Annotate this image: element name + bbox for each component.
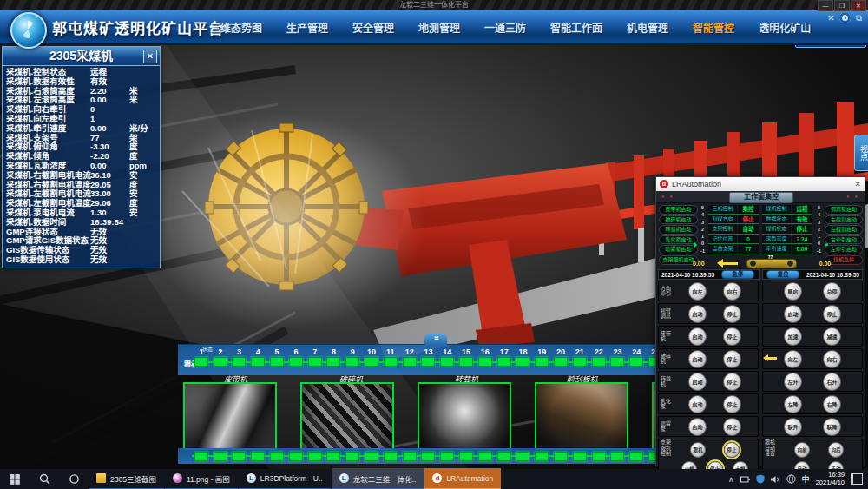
resize-icon[interactable]: ⧉ [853, 12, 865, 23]
channel-status-box[interactable] [478, 357, 492, 367]
channel-status-box[interactable] [573, 357, 587, 367]
channel-status-box[interactable] [516, 357, 529, 367]
channel-status-box[interactable] [610, 357, 624, 367]
start-button-喷雾泵启动[interactable]: 喷雾泵启动 [659, 245, 698, 254]
start-button-乳化泵启动[interactable]: 乳化泵启动 [659, 235, 698, 245]
channel-status-box[interactable] [554, 357, 568, 367]
channel-status-box[interactable] [308, 452, 322, 461]
channel-status-box[interactable] [384, 357, 398, 367]
button-启动[interactable]: 启动 [784, 305, 802, 323]
search-button[interactable] [30, 469, 59, 489]
channel-status-box[interactable] [440, 357, 454, 367]
button-停止[interactable]: 停止 [723, 418, 741, 436]
start-button-皮带机启动[interactable]: 皮带机启动 [659, 205, 698, 215]
clock[interactable]: 16:39 2021/4/10 [816, 472, 845, 486]
button-向左[interactable]: 向左 [784, 350, 802, 368]
button-启动[interactable]: 启动 [688, 327, 707, 346]
button-左降[interactable]: 左降 [784, 395, 802, 413]
button-停止[interactable]: 停止 [723, 373, 741, 391]
channel-status-box[interactable] [535, 452, 549, 461]
camera-feed-转载机[interactable] [418, 382, 511, 450]
channel-status-box[interactable] [497, 357, 511, 367]
channel-status-box[interactable] [365, 357, 378, 367]
task-LRAutomation[interactable]: dLRAutomation [424, 468, 501, 489]
channel-status-box[interactable] [326, 357, 340, 367]
button-总停[interactable]: 总停 [823, 282, 841, 301]
channel-status-box[interactable] [478, 452, 492, 461]
start-button[interactable] [0, 469, 30, 489]
nav-item-生产管理[interactable]: 生产管理 [274, 20, 340, 35]
channel-status-box[interactable] [554, 452, 568, 461]
button-启动[interactable]: 启动 [688, 305, 707, 323]
channel-status-box[interactable] [232, 357, 246, 367]
button-顺启[interactable]: 顺启 [784, 282, 802, 301]
panel-close-icon[interactable]: ✕ [143, 50, 157, 63]
button-启动[interactable]: 启动 [688, 350, 707, 368]
camera-feed-前刮板机[interactable] [535, 382, 628, 450]
button-停止[interactable]: 停止 [723, 305, 741, 323]
channel-status-box[interactable] [194, 452, 208, 461]
nav-item-安全管理[interactable]: 安全管理 [340, 20, 406, 35]
channel-status-box[interactable] [214, 452, 227, 461]
button-向右[interactable]: 向右 [723, 282, 741, 301]
button-向后[interactable]: 向后 [828, 442, 844, 458]
channel-status-box[interactable] [289, 452, 303, 461]
network-globe-icon[interactable] [786, 474, 796, 484]
start-button-转载机启动[interactable]: 转载机启动 [659, 225, 698, 235]
task-龙软二三维一体化..[interactable]: L龙软二三维一体化.. [332, 468, 424, 489]
button-减速[interactable]: 减速 [823, 327, 841, 346]
viewpoint-tab[interactable]: 视点 [854, 135, 868, 171]
channel-status-box[interactable] [289, 357, 303, 367]
button-联升[interactable]: 联升 [784, 418, 802, 436]
start-button-破碎机启动[interactable]: 破碎机启动 [659, 215, 698, 225]
button-停止[interactable]: 停止 [823, 305, 841, 323]
channel-status-box[interactable] [403, 357, 417, 367]
channel-status-box[interactable] [270, 452, 284, 461]
action-center-icon[interactable] [851, 473, 863, 485]
start-button-右牵引启动[interactable]: 右牵引启动 [825, 235, 863, 245]
channel-status-box[interactable] [629, 357, 643, 367]
start-button-调高泵启动[interactable]: 调高泵启动 [825, 205, 863, 215]
channel-status-box[interactable] [194, 357, 208, 367]
button-加速[interactable]: 加速 [784, 327, 802, 346]
channel-status-box[interactable] [440, 452, 454, 461]
collapse-strip-button[interactable]: « [424, 333, 447, 345]
channel-status-box[interactable] [326, 452, 340, 461]
channel-status-box[interactable] [308, 357, 322, 367]
channel-status-box[interactable] [573, 452, 587, 461]
nav-item-三维态势图[interactable]: 三维态势图 [198, 20, 274, 35]
channel-status-box[interactable] [251, 452, 265, 461]
nav-item-智能管控[interactable]: 智能管控 [681, 20, 746, 35]
channel-status-box[interactable] [270, 357, 284, 367]
channel-status-box[interactable] [459, 357, 473, 367]
nav-item-智能工作面[interactable]: 智能工作面 [538, 20, 615, 35]
shearer-position-marker[interactable]: 77 [746, 259, 797, 268]
speaker-icon[interactable] [771, 475, 780, 484]
button-右降[interactable]: 右降 [823, 395, 841, 413]
close-button[interactable]: ✕ [851, 0, 866, 11]
channel-status-box[interactable] [516, 452, 529, 461]
task-2305三维截图[interactable]: 2305三维截图 [89, 468, 164, 489]
channel-status-box[interactable] [345, 357, 359, 367]
button-联降[interactable]: 联降 [823, 418, 841, 436]
lrautomation-close-icon[interactable]: ✕ [854, 179, 861, 189]
button-左升[interactable]: 左升 [784, 373, 802, 391]
button-向右[interactable]: 向右 [823, 350, 841, 368]
reset-button[interactable]: 复位 [766, 270, 799, 279]
gear-icon[interactable] [839, 12, 851, 23]
channel-status-box[interactable] [345, 452, 359, 461]
button-停止[interactable]: 停止 [724, 442, 740, 458]
button-停止[interactable]: 停止 [723, 395, 741, 413]
start-button-左牵引启动[interactable]: 左牵引启动 [825, 245, 863, 254]
tab-scroll-right[interactable]: ● ● [846, 194, 859, 199]
channel-status-box[interactable] [251, 357, 265, 367]
channel-status-box[interactable] [403, 452, 417, 461]
tab-scroll-left[interactable]: ● ● [661, 194, 674, 199]
maximize-button[interactable]: ❐ [834, 0, 850, 11]
button-向左[interactable]: 向左 [688, 282, 707, 301]
task-LR3DPlatform - U..[interactable]: LLR3DPlatform - U.. [239, 468, 331, 489]
tray-expand-icon[interactable]: ∧ [728, 475, 734, 484]
ime-indicator[interactable]: 中 [802, 473, 810, 485]
button-启动[interactable]: 启动 [688, 418, 707, 436]
channel-status-box[interactable] [421, 357, 435, 367]
